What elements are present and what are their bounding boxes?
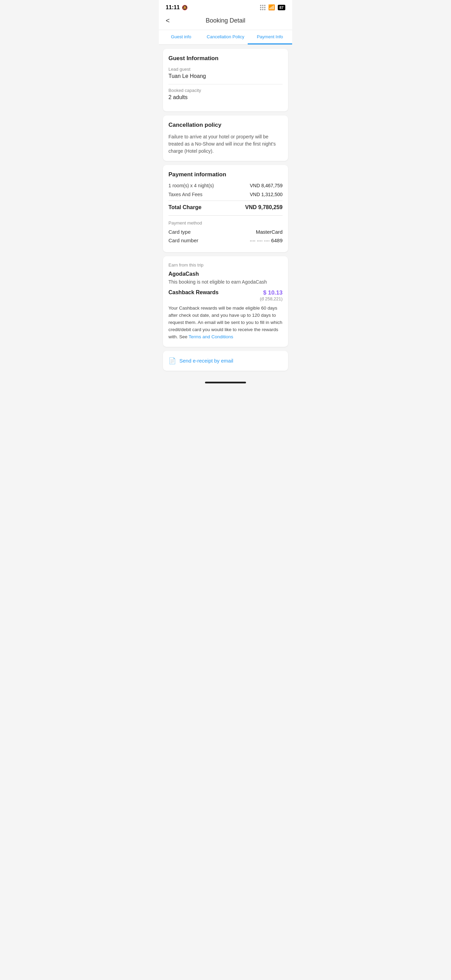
lead-guest-label: Lead guest (168, 67, 283, 72)
grid-icon (260, 5, 265, 10)
header: < Booking Detail (159, 13, 292, 30)
payment-info-title: Payment information (168, 171, 283, 178)
home-indicator (159, 375, 292, 387)
content-area: Guest Information Lead guest Tuan Le Hoa… (159, 49, 292, 371)
total-charge-label: Total Charge (168, 204, 202, 210)
earn-section-card: Earn from this trip AgodaCash This booki… (163, 256, 288, 347)
status-bar: 11:11 🔕 📶 87 (159, 0, 292, 13)
cashback-vnd-amount: (đ 258,221) (260, 296, 283, 301)
card-number-value: ···· ···· ···· 6489 (250, 237, 283, 243)
cashback-usd-amount: $ 10.13 (260, 290, 283, 296)
taxes-fees-row: Taxes And Fees VND 1,312,500 (168, 192, 283, 197)
tab-bar: Guest info Cancellation Policy Payment I… (159, 30, 292, 45)
email-icon: 📄 (168, 357, 176, 364)
lead-guest-value: Tuan Le Hoang (168, 73, 283, 79)
battery-indicator: 87 (278, 5, 285, 10)
cancellation-policy-title: Cancellation policy (168, 122, 283, 129)
guest-info-title: Guest Information (168, 55, 283, 62)
taxes-fees-label: Taxes And Fees (168, 192, 203, 197)
card-number-row: Card number ···· ···· ···· 6489 (168, 237, 283, 243)
status-right: 📶 87 (260, 4, 285, 11)
taxes-fees-value: VND 1,312,500 (250, 192, 283, 197)
agoda-cash-title: AgodaCash (168, 271, 283, 277)
cashback-title: Cashback Rewards (168, 290, 219, 296)
rooms-nights-label: 1 room(s) x 4 night(s) (168, 183, 214, 188)
card-type-row: Card type MasterCard (168, 229, 283, 235)
mute-icon: 🔕 (182, 5, 187, 10)
terms-conditions-link[interactable]: Terms and Conditions (189, 334, 233, 339)
payment-information-card: Payment information 1 room(s) x 4 night(… (163, 165, 288, 252)
rooms-nights-row: 1 room(s) x 4 night(s) VND 8,467,759 (168, 183, 283, 188)
booked-capacity-row: Booked capacity 2 adults (168, 88, 283, 100)
card-type-label: Card type (168, 229, 191, 235)
email-receipt-button[interactable]: 📄 Send e-receipt by email (163, 351, 288, 371)
email-receipt-label: Send e-receipt by email (179, 358, 233, 364)
earn-section-label: Earn from this trip (168, 262, 283, 267)
guest-information-card: Guest Information Lead guest Tuan Le Hoa… (163, 49, 288, 111)
wifi-icon: 📶 (268, 4, 275, 11)
lead-guest-row: Lead guest Tuan Le Hoang (168, 67, 283, 79)
booked-capacity-label: Booked capacity (168, 88, 283, 93)
back-button[interactable]: < (166, 17, 170, 25)
rooms-nights-value: VND 8,467,759 (250, 183, 283, 188)
cancellation-policy-text: Failure to arrive at your hotel or prope… (168, 133, 283, 155)
payment-method-label: Payment method (168, 220, 283, 226)
status-time: 11:11 🔕 (166, 5, 187, 11)
cashback-rewards-row: Cashback Rewards $ 10.13 (đ 258,221) (168, 290, 283, 301)
cashback-amount-block: $ 10.13 (đ 258,221) (260, 290, 283, 301)
total-charge-value: VND 9,780,259 (245, 204, 283, 210)
page-title: Booking Detail (206, 17, 245, 24)
agoda-cash-text: This booking is not eligible to earn Ago… (168, 279, 283, 285)
time-display: 11:11 (166, 5, 180, 11)
tab-cancellation-policy[interactable]: Cancellation Policy (203, 30, 248, 45)
home-bar (205, 382, 246, 383)
card-number-label: Card number (168, 237, 199, 243)
total-charge-row: Total Charge VND 9,780,259 (168, 200, 283, 210)
tab-guest-info[interactable]: Guest info (159, 30, 203, 45)
card-type-value: MasterCard (256, 229, 283, 235)
divider (168, 84, 283, 84)
payment-method-section: Payment method Card type MasterCard Card… (168, 215, 283, 243)
cancellation-policy-card: Cancellation policy Failure to arrive at… (163, 116, 288, 161)
booked-capacity-value: 2 adults (168, 94, 283, 100)
tab-payment-info[interactable]: Payment Info (248, 30, 292, 45)
cashback-description: Your Cashback rewards will be made eligi… (168, 305, 283, 340)
